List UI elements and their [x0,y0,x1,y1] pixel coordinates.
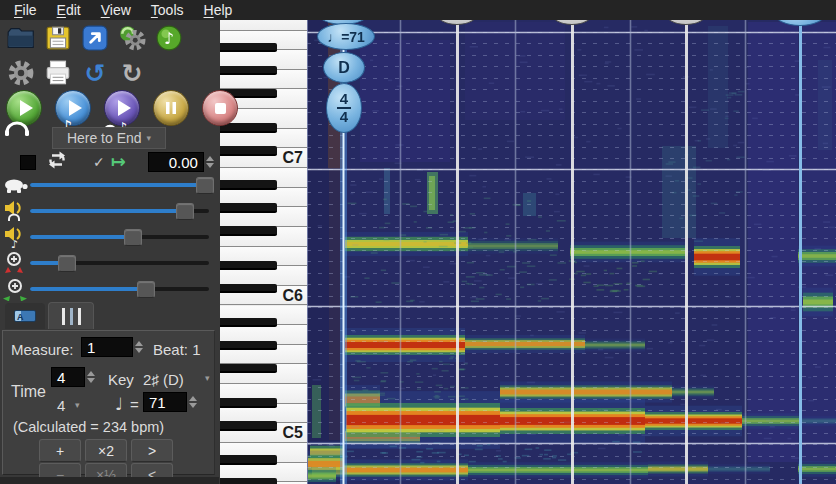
beat-label: Beat: 1 [153,341,201,358]
zoom-horizontal-icon [0,277,30,301]
tempo-value: 71 [149,394,166,411]
toolbar-row-1: ♪ [6,23,184,53]
menu-edit[interactable]: Edit [47,0,91,20]
pause-icon [153,90,189,126]
measure-label: Measure: [11,341,74,358]
measure-value: 1 [87,339,95,356]
preferences-gear-icon[interactable] [6,58,36,88]
horizontal-zoom-slider[interactable] [0,276,219,302]
piano-key-black[interactable] [220,398,277,407]
print-icon[interactable] [43,58,73,88]
view-tabs: A [5,302,94,329]
octave-label-c7: C7 [263,149,303,167]
headphones-icon [4,120,30,136]
add-measure-button[interactable]: + [39,439,81,462]
remove-measure-button[interactable]: − [39,463,81,484]
left-control-panel: ♪ ↺ ↻ ♪ [0,20,219,484]
tab-spectrum-view[interactable] [48,302,94,329]
audio-config-gear-icon[interactable] [117,23,147,53]
color-swatch[interactable] [20,155,36,170]
offset-value: 0.00 [169,154,198,171]
tempo-spinner[interactable] [189,396,197,408]
shift-left-button[interactable]: < [131,463,173,484]
piano-key-black[interactable] [220,261,277,270]
key-dropdown-icon[interactable]: ▾ [205,373,210,383]
playback-volume-slider[interactable] [0,198,219,224]
tempo-field[interactable]: 71 [143,392,197,412]
redo-icon[interactable]: ↻ [117,58,147,88]
svg-text:♪: ♪ [11,238,18,248]
jump-to-start-icon[interactable]: ↦ [111,153,126,171]
piano-key-black[interactable] [220,455,277,464]
piano-key-black[interactable] [220,478,277,484]
menu-help[interactable]: Help [194,0,243,20]
stop-button[interactable] [200,90,240,136]
slider-handle[interactable] [137,281,155,298]
click-volume-slider[interactable]: ♪ [0,224,219,250]
offset-spinner[interactable] [206,156,214,168]
zoom-vertical-icon [0,251,30,275]
time-numerator-spinner[interactable] [87,371,95,383]
transcribe-app-window: File Edit View Tools Help ♪ [0,0,836,484]
marker-time-signature[interactable]: 44 [326,83,362,133]
text-view-icon: A [14,310,36,322]
slider-handle[interactable] [124,229,142,246]
tempo-equals: = [130,396,139,413]
play-range-label: Here to End [67,130,142,146]
menu-view[interactable]: View [91,0,141,20]
marker-tempo[interactable]: ♩=71 [317,23,375,50]
piano-key-black[interactable] [220,203,277,212]
spectrogram-canvas[interactable] [307,20,836,484]
open-file-icon[interactable] [6,23,36,53]
play-listen-button[interactable] [4,90,44,136]
tune-info-icon[interactable]: ♪ [154,23,184,53]
time-numerator-field[interactable]: 4 [51,367,95,387]
auto-advance-checkbox[interactable]: ✓ [93,154,105,170]
speaker-headphones-icon [0,200,30,222]
time-label: Time [11,383,46,401]
tab-text-view[interactable]: A [5,303,45,329]
key-value[interactable]: 2♯ (D) [143,371,184,388]
offset-input[interactable]: 0.00 [148,152,204,172]
time-denominator-value[interactable]: 4 [57,397,65,414]
vertical-zoom-slider[interactable] [0,250,219,276]
save-icon[interactable] [43,23,73,53]
tempo-note-icon: ♩ [115,394,123,414]
export-sound-icon[interactable] [80,23,110,53]
measure-panel: Measure: 1 Beat: 1 Time 4 Key 2♯ (D) ▾ 4… [2,330,215,475]
slider-handle[interactable] [58,255,76,272]
piano-key-black[interactable] [220,226,277,235]
play-range-dropdown[interactable]: Here to End ▾ [52,127,166,149]
piano-key-black[interactable] [220,180,277,189]
measure-field[interactable]: 1 [81,337,143,357]
undo-icon[interactable]: ↺ [80,58,110,88]
menu-tools[interactable]: Tools [141,0,194,20]
piano-key-black[interactable] [220,318,277,327]
piano-key-black[interactable] [220,43,277,52]
chevron-down-icon: ▾ [147,133,152,143]
key-label: Key [108,371,134,388]
slider-handle[interactable] [176,203,194,220]
measure-spinner[interactable] [135,341,143,353]
piano-key-black[interactable] [220,66,277,75]
octave-label-c6: C6 [263,287,303,305]
half-tempo-button[interactable]: ×½ [85,463,127,484]
menu-bar: File Edit View Tools Help [0,0,836,20]
time-denominator-dropdown-icon[interactable]: ▾ [75,400,80,410]
piano-key-white[interactable] [220,20,307,31]
spectrum-view-icon [62,308,81,325]
toolbar-row-2: ↺ ↻ [6,58,147,88]
slider-handle[interactable] [196,177,214,194]
double-tempo-button[interactable]: ×2 [85,439,127,462]
time-numerator-value: 4 [57,369,65,386]
loop-row: ✓ ↦ 0.00 [0,151,219,173]
speed-slider[interactable] [0,172,219,198]
marker-key[interactable]: D [323,52,365,83]
piano-key-black[interactable] [220,364,277,373]
shift-right-button[interactable]: > [131,439,173,462]
menu-file[interactable]: File [4,0,47,20]
calculated-bpm-label: (Calculated = 234 bpm) [13,419,164,435]
spectrogram-view[interactable]: 1.1♩=71D442342.1 [307,20,836,484]
piano-key-black[interactable] [220,341,277,350]
turtle-icon [0,177,30,194]
